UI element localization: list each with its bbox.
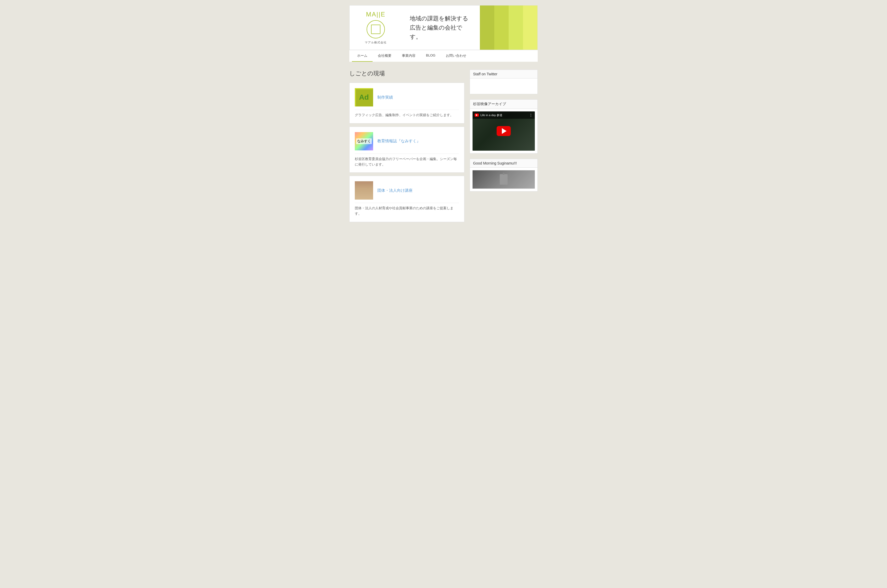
- article-card-inner: Ad 制作実績: [355, 88, 459, 106]
- nav-link-home[interactable]: ホーム: [352, 50, 372, 62]
- article-link-nami[interactable]: 教育情報誌『なみすく』: [377, 139, 420, 144]
- site-nav: ホーム 会社概要 事業内容 BLOG お問い合わせ: [349, 50, 538, 62]
- nav-item-contact[interactable]: お問い合わせ: [441, 50, 471, 62]
- content-right: Staff on Twitter 杉並映像アーカイブ Life in a day…: [470, 70, 538, 225]
- youtube-video-title: Life in a day 参道: [475, 113, 502, 117]
- twitter-section-title: Staff on Twitter: [470, 70, 538, 78]
- youtube-embed[interactable]: Life in a day 参道 ⋮: [473, 111, 535, 151]
- sidebar-video-archive: 杉並映像アーカイブ Life in a day 参道 ⋮: [470, 99, 538, 153]
- nav-link-services[interactable]: 事業内容: [397, 50, 421, 62]
- nav-item-blog[interactable]: BLOG: [421, 50, 441, 62]
- article-thumb-ad: Ad: [355, 88, 373, 106]
- article-card-inner-nami: なみすく 教育情報誌『なみすく』: [355, 132, 459, 150]
- article-link-seisaku[interactable]: 制作実績: [377, 95, 393, 100]
- sidebar-twitter: Staff on Twitter: [470, 70, 538, 94]
- nav-item-services[interactable]: 事業内容: [397, 50, 421, 62]
- nami-thumbnail: なみすく: [355, 132, 373, 150]
- article-card-nami: なみすく 教育情報誌『なみすく』 杉並区教育委員会協力のフリーペーパーを企画・編…: [349, 127, 464, 173]
- header-color-blocks: [480, 6, 537, 50]
- youtube-play-button[interactable]: [497, 126, 511, 136]
- article-link-lecture[interactable]: 団体・法人向け講座: [377, 188, 413, 193]
- article-desc-nami: 杉並区教育委員会協力のフリーペーパーを企画・編集。シーズン毎に発行しています。: [355, 156, 459, 167]
- twitter-section-content: [470, 78, 538, 94]
- archive-section-title: 杉並映像アーカイブ: [470, 99, 538, 109]
- article-card-lecture: 団体・法人向け講座 団体・法人の人材育成や社会貢献事業のための講座をご提案します…: [349, 176, 464, 222]
- color-block-4: [523, 6, 537, 50]
- site-header: MA||E マアル株式会社 地域の課題を解決する 広告と編集の会社です。: [349, 5, 538, 50]
- site-tagline: 地域の課題を解決する 広告と編集の会社です。: [410, 14, 472, 42]
- nav-link-company[interactable]: 会社概要: [372, 50, 397, 62]
- good-morning-thumbnail: [473, 170, 535, 189]
- article-card-seisaku: Ad 制作実績 グラフィック広告、編集制作、イベントの実績をご紹介します。: [349, 82, 464, 123]
- nav-item-company[interactable]: 会社概要: [372, 50, 397, 62]
- sidebar-good-morning: Good Morning Suginamu!!!: [470, 159, 538, 192]
- main-content: しごとの現場 Ad 制作実績 グラフィック広告、編集制作、イベントの実績をご紹介…: [349, 62, 538, 225]
- article-thumb-nami: なみすく: [355, 132, 373, 150]
- content-left: しごとの現場 Ad 制作実績 グラフィック広告、編集制作、イベントの実績をご紹介…: [349, 70, 464, 225]
- divider-nami: [355, 153, 459, 154]
- page-title: しごとの現場: [349, 70, 464, 77]
- header-tagline-area: 地域の課題を解決する 広告と編集の会社です。: [402, 6, 480, 50]
- article-card-inner-lecture: 団体・法人向け講座: [355, 181, 459, 200]
- nav-link-blog[interactable]: BLOG: [421, 50, 441, 61]
- lecture-silhouette: [355, 181, 373, 200]
- color-block-2: [494, 6, 509, 50]
- article-thumb-lecture-wrap: [355, 181, 373, 200]
- ad-label: Ad: [359, 93, 369, 102]
- lecture-thumbnail: [355, 181, 373, 200]
- good-morning-icon: [500, 174, 507, 184]
- good-morning-section-content: [470, 168, 538, 192]
- logo-circle-icon: [366, 20, 385, 39]
- youtube-icon: [475, 114, 479, 117]
- ad-thumbnail: Ad: [355, 88, 373, 106]
- article-desc-seisaku: グラフィック広告、編集制作、イベントの実績をご紹介します。: [355, 112, 459, 118]
- nav-link-contact[interactable]: お問い合わせ: [441, 50, 471, 62]
- youtube-more-icon[interactable]: ⋮: [529, 113, 533, 117]
- nami-text: なみすく: [356, 138, 372, 144]
- logo-square-icon: [371, 25, 380, 34]
- header-logo-area: MA||E マアル株式会社: [350, 6, 402, 50]
- logo-text: MA||E: [366, 11, 386, 18]
- nav-item-home[interactable]: ホーム: [352, 50, 372, 62]
- color-block-3: [509, 6, 523, 50]
- page-wrapper: MA||E マアル株式会社 地域の課題を解決する 広告と編集の会社です。 ホーム: [349, 0, 538, 236]
- color-block-1: [480, 6, 494, 50]
- article-desc-lecture: 団体・法人の人材育成や社会貢献事業のための講座をご提案します。: [355, 206, 459, 217]
- company-name: マアル株式会社: [365, 40, 387, 45]
- nav-list: ホーム 会社概要 事業内容 BLOG お問い合わせ: [349, 50, 538, 62]
- divider: [355, 110, 459, 110]
- youtube-title-bar: Life in a day 参道 ⋮: [473, 111, 535, 119]
- good-morning-section-title: Good Morning Suginamu!!!: [470, 159, 538, 168]
- archive-section-content: Life in a day 参道 ⋮: [470, 109, 538, 153]
